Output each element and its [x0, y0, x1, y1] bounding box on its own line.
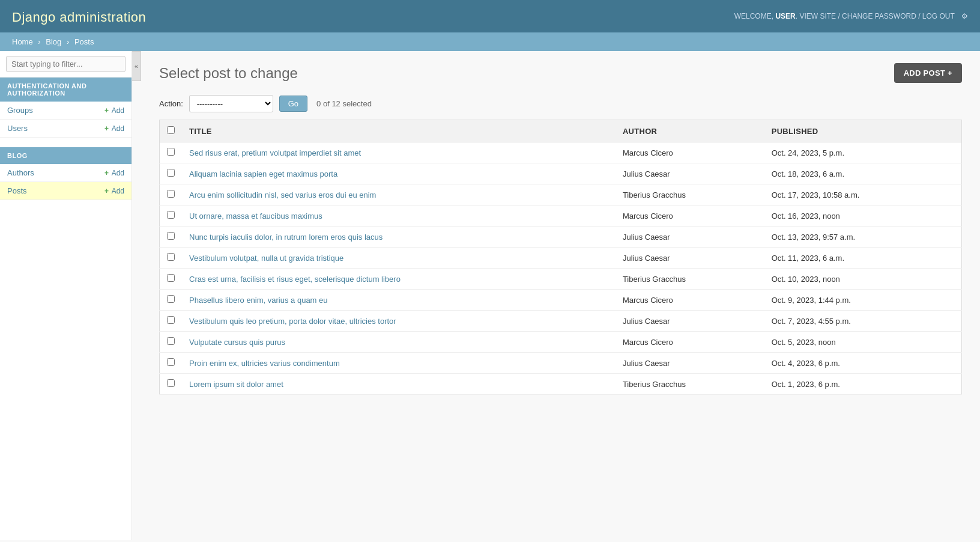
groups-link[interactable]: Groups	[7, 106, 33, 115]
row-title: Proin enim ex, ultricies varius condimen…	[182, 353, 616, 374]
table-row: Cras est urna, facilisis et risus eget, …	[160, 269, 962, 290]
select-all-checkbox[interactable]	[167, 126, 175, 134]
post-title-link[interactable]: Arcu enim sollicitudin nisl, sed varius …	[189, 190, 376, 199]
row-published: Oct. 24, 2023, 5 p.m.	[764, 142, 962, 163]
row-checkbox[interactable]	[167, 337, 175, 345]
row-checkbox-cell	[160, 269, 183, 290]
action-label: Action:	[159, 99, 183, 108]
table-header-row: TITLE AUTHOR PUBLISHED	[160, 120, 962, 142]
add-post-button[interactable]: ADD POST +	[894, 63, 962, 83]
posts-link[interactable]: Posts	[7, 186, 27, 195]
row-author: Marcus Cicero	[616, 206, 764, 227]
posts-add-link[interactable]: + Add	[104, 187, 124, 195]
post-title-link[interactable]: Lorem ipsum sit dolor amet	[189, 380, 283, 389]
breadcrumb-home[interactable]: Home	[12, 37, 33, 46]
sidebar-filter-input[interactable]	[6, 56, 126, 72]
row-author: Julius Caesar	[616, 163, 764, 184]
row-checkbox-cell	[160, 163, 183, 184]
breadcrumb-current: Posts	[74, 37, 94, 46]
site-title[interactable]: Django administration	[12, 7, 146, 26]
site-title-link[interactable]: Django administration	[12, 10, 146, 25]
action-select[interactable]: ----------	[189, 95, 273, 112]
table-row: Aliquam lacinia sapien eget maximus port…	[160, 163, 962, 184]
row-title: Sed risus erat, pretium volutpat imperdi…	[182, 142, 616, 163]
row-published: Oct. 13, 2023, 9:57 a.m.	[764, 227, 962, 248]
row-published: Oct. 11, 2023, 6 a.m.	[764, 248, 962, 269]
row-published: Oct. 4, 2023, 6 p.m.	[764, 353, 962, 374]
breadcrumb-sep-2: ›	[67, 37, 69, 46]
collapse-sidebar-button[interactable]: «	[132, 51, 141, 81]
row-title: Cras est urna, facilisis et risus eget, …	[182, 269, 616, 290]
row-published: Oct. 5, 2023, noon	[764, 332, 962, 353]
row-checkbox[interactable]	[167, 379, 175, 387]
row-title: Arcu enim sollicitudin nisl, sed varius …	[182, 184, 616, 206]
nav-sidebar: AUTHENTICATION AND AUTHORIZATION Groups …	[0, 51, 132, 540]
row-title: Lorem ipsum sit dolor amet	[182, 374, 616, 395]
users-link[interactable]: Users	[7, 124, 28, 133]
row-checkbox[interactable]	[167, 211, 175, 219]
breadcrumb-blog[interactable]: Blog	[46, 37, 61, 46]
row-checkbox[interactable]	[167, 148, 175, 156]
post-title-link[interactable]: Ut ornare, massa et faucibus maximus	[189, 212, 322, 221]
table-row: Proin enim ex, ultricies varius condimen…	[160, 353, 962, 374]
authors-add-link[interactable]: + Add	[104, 169, 124, 177]
sidebar-item-users: Users + Add	[0, 120, 132, 138]
row-checkbox-cell	[160, 353, 183, 374]
sidebar-item-authors: Authors + Add	[0, 164, 132, 182]
row-checkbox-cell	[160, 248, 183, 269]
row-published: Oct. 17, 2023, 10:58 a.m.	[764, 184, 962, 206]
row-author: Tiberius Gracchus	[616, 184, 764, 206]
row-checkbox[interactable]	[167, 169, 175, 177]
row-checkbox[interactable]	[167, 358, 175, 366]
row-checkbox[interactable]	[167, 232, 175, 240]
row-title: Nunc turpis iaculis dolor, in rutrum lor…	[182, 227, 616, 248]
post-title-link[interactable]: Vestibulum quis leo pretium, porta dolor…	[189, 317, 396, 326]
row-title: Aliquam lacinia sapien eget maximus port…	[182, 163, 616, 184]
actions-bar: Action: ---------- Go 0 of 12 selected	[159, 95, 962, 112]
users-add-link[interactable]: + Add	[104, 124, 124, 133]
row-checkbox-cell	[160, 184, 183, 206]
row-checkbox[interactable]	[167, 316, 175, 324]
post-title-link[interactable]: Vestibulum volutpat, nulla ut gravida tr…	[189, 254, 343, 263]
row-author: Marcus Cicero	[616, 290, 764, 311]
authors-link[interactable]: Authors	[7, 168, 34, 177]
post-title-link[interactable]: Sed risus erat, pretium volutpat imperdi…	[189, 148, 361, 157]
row-author: Tiberius Gracchus	[616, 374, 764, 395]
post-title-link[interactable]: Cras est urna, facilisis et risus eget, …	[189, 275, 401, 284]
row-title: Ut ornare, massa et faucibus maximus	[182, 206, 616, 227]
row-checkbox[interactable]	[167, 295, 175, 303]
post-title-link[interactable]: Aliquam lacinia sapien eget maximus port…	[189, 169, 337, 178]
selected-count: 0 of 12 selected	[316, 99, 372, 108]
post-title-link[interactable]: Phasellus libero enim, varius a quam eu	[189, 296, 328, 305]
content-header: Select post to change ADD POST +	[159, 63, 962, 83]
go-button[interactable]: Go	[279, 96, 307, 112]
row-checkbox[interactable]	[167, 190, 175, 198]
main-wrapper: AUTHENTICATION AND AUTHORIZATION Groups …	[0, 51, 980, 540]
row-published: Oct. 16, 2023, noon	[764, 206, 962, 227]
table-header: TITLE AUTHOR PUBLISHED	[160, 120, 962, 142]
post-title-link[interactable]: Vulputate cursus quis purus	[189, 338, 285, 347]
row-author: Marcus Cicero	[616, 142, 764, 163]
row-title: Vestibulum volutpat, nulla ut gravida tr…	[182, 248, 616, 269]
row-author: Julius Caesar	[616, 248, 764, 269]
row-title: Phasellus libero enim, varius a quam eu	[182, 290, 616, 311]
page-title: Select post to change	[159, 65, 298, 82]
post-title-link[interactable]: Nunc turpis iaculis dolor, in rutrum lor…	[189, 233, 383, 242]
row-checkbox-cell	[160, 206, 183, 227]
table-row: Sed risus erat, pretium volutpat imperdi…	[160, 142, 962, 163]
groups-add-link[interactable]: + Add	[104, 106, 124, 115]
settings-icon[interactable]: ⚙	[961, 12, 968, 20]
row-published: Oct. 18, 2023, 6 a.m.	[764, 163, 962, 184]
row-author: Julius Caesar	[616, 353, 764, 374]
col-author: AUTHOR	[616, 120, 764, 142]
row-checkbox-cell	[160, 142, 183, 163]
post-title-link[interactable]: Proin enim ex, ultricies varius condimen…	[189, 359, 340, 368]
table-row: Arcu enim sollicitudin nisl, sed varius …	[160, 184, 962, 206]
table-row: Phasellus libero enim, varius a quam eu …	[160, 290, 962, 311]
table-row: Vestibulum quis leo pretium, porta dolor…	[160, 311, 962, 332]
posts-table: TITLE AUTHOR PUBLISHED Sed risus erat, p…	[159, 120, 962, 395]
row-checkbox-cell	[160, 290, 183, 311]
row-author: Julius Caesar	[616, 311, 764, 332]
row-checkbox[interactable]	[167, 253, 175, 261]
row-checkbox[interactable]	[167, 274, 175, 282]
